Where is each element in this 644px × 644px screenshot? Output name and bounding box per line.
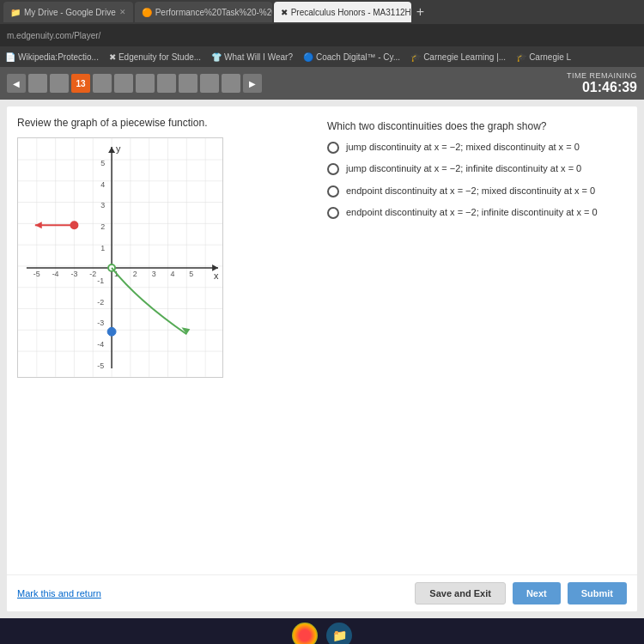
choice-b[interactable]: jump discontinuity at x = −2; infinite d…: [327, 162, 627, 175]
question-card: Review the graph of a piecewise function…: [7, 106, 637, 611]
nav-num-6[interactable]: [136, 74, 155, 93]
timer-label: TIME REMAINING: [567, 71, 637, 80]
bookmark-label: Edgenuity for Stude...: [118, 52, 201, 62]
choice-d[interactable]: endpoint discontinuity at x = −2; infini…: [327, 206, 627, 219]
next-button[interactable]: Next: [513, 582, 561, 605]
nav-num-9[interactable]: [200, 74, 219, 93]
graph-svg: x y 5 4 3 2 1 -1 -2 -3 -4 -5: [18, 138, 222, 377]
nav-num-2[interactable]: [50, 74, 69, 93]
nav-num-5[interactable]: [114, 74, 133, 93]
tab-label: My Drive - Google Drive: [24, 8, 116, 17]
question-instruction: Review the graph of a piecewise function…: [17, 117, 317, 129]
files-icon-symbol: 📁: [332, 629, 347, 642]
files-icon[interactable]: 📁: [326, 623, 352, 644]
taskbar: 📁: [0, 618, 644, 644]
bookmark-wear[interactable]: 👕 What Will I Wear?: [211, 52, 293, 62]
svg-text:-4: -4: [97, 340, 104, 349]
svg-text:-3: -3: [70, 270, 77, 278]
browser-chrome: 📁 My Drive - Google Drive ✕ 🟠 Performanc…: [0, 0, 644, 67]
choice-a-text: jump discontinuity at x = −2; mixed disc…: [346, 141, 580, 154]
bookmark-icon: 🎓: [516, 52, 526, 62]
svg-text:2: 2: [133, 270, 137, 278]
svg-text:5: 5: [189, 270, 193, 278]
add-tab-button[interactable]: +: [413, 4, 428, 20]
choice-c[interactable]: endpoint discontinuity at x = −2; mixed …: [327, 185, 627, 197]
nav-next-button[interactable]: ▶: [243, 74, 262, 93]
nav-num-4[interactable]: [93, 74, 112, 93]
nav-num-1[interactable]: [28, 74, 47, 93]
bookmark-edgenuity[interactable]: ✖ Edgenuity for Stude...: [109, 52, 201, 62]
bookmark-coach[interactable]: 🔵 Coach Digital™ - Cy...: [303, 52, 400, 62]
svg-text:y: y: [116, 143, 121, 154]
svg-rect-0: [18, 138, 222, 377]
svg-text:-5: -5: [97, 361, 104, 370]
left-panel: Review the graph of a piecewise function…: [17, 117, 317, 564]
svg-text:4: 4: [171, 270, 175, 278]
bookmark-carnegie1[interactable]: 🎓 Carnegie Learning |...: [410, 52, 506, 62]
svg-text:-2: -2: [89, 270, 96, 278]
svg-text:4: 4: [100, 180, 105, 189]
timer-value: 01:46:39: [567, 80, 637, 95]
bookmark-icon: ✖: [109, 52, 116, 62]
bookmarks-bar: 📄 Wikipedia:Protectio... ✖ Edgenuity for…: [0, 46, 644, 67]
bookmark-label: Coach Digital™ - Cy...: [316, 52, 400, 62]
question-text: Which two discontinuities does the graph…: [327, 120, 627, 132]
tab-label: Precalculus Honors - MA3112H: [291, 8, 411, 17]
svg-point-49: [70, 222, 77, 228]
choice-d-text: endpoint discontinuity at x = −2; infini…: [346, 206, 598, 219]
bookmark-label: What Will I Wear?: [224, 52, 293, 62]
radio-d[interactable]: [327, 207, 339, 219]
perf-icon: 🟠: [142, 8, 152, 17]
radio-b[interactable]: [327, 163, 339, 175]
nav-prev-button[interactable]: ◀: [7, 74, 26, 93]
svg-text:-5: -5: [33, 270, 40, 278]
address-bar[interactable]: m.edgenuity.com/Player/: [0, 24, 644, 46]
svg-text:-3: -3: [97, 319, 104, 327]
submit-button[interactable]: Submit: [568, 582, 627, 605]
bookmark-icon: 📄: [5, 52, 15, 62]
question-footer: Mark this and return Save and Exit Next …: [7, 574, 637, 611]
bookmark-label: Wikipedia:Protectio...: [18, 52, 99, 62]
tab-performance[interactable]: 🟠 Performance%20Task%20-%20%20F ✕: [135, 2, 272, 22]
drive-icon: 📁: [10, 8, 21, 17]
svg-text:3: 3: [100, 201, 105, 210]
question-body: Review the graph of a piecewise function…: [7, 106, 637, 574]
chrome-icon[interactable]: [292, 623, 318, 644]
timer-section: TIME REMAINING 01:46:39: [567, 71, 637, 95]
bookmark-icon: 👕: [211, 52, 222, 62]
choice-b-text: jump discontinuity at x = −2; infinite d…: [346, 162, 581, 175]
nav-controls: ◀ 13 ▶: [7, 74, 262, 93]
bookmark-icon: 🎓: [410, 52, 421, 62]
tab-close[interactable]: ✕: [119, 8, 126, 16]
radio-c[interactable]: [327, 185, 339, 197]
choice-c-text: endpoint discontinuity at x = −2; mixed …: [346, 185, 595, 197]
url-text: m.edgenuity.com/Player/: [7, 31, 100, 40]
svg-text:x: x: [214, 270, 219, 281]
svg-text:-2: -2: [97, 298, 104, 307]
svg-text:2: 2: [100, 222, 105, 231]
bookmark-carnegie2[interactable]: 🎓 Carnegie L: [516, 52, 571, 62]
tab-google-drive[interactable]: 📁 My Drive - Google Drive ✕: [3, 2, 133, 22]
nav-num-10[interactable]: [222, 74, 240, 93]
radio-a[interactable]: [327, 142, 339, 154]
svg-text:5: 5: [100, 159, 105, 167]
tab-precalculus[interactable]: ✖ Precalculus Honors - MA3112H ✕: [274, 2, 411, 22]
svg-text:-1: -1: [97, 276, 104, 285]
question-nav: ◀ 13 ▶ TIME REMAINING 01:46:39: [0, 67, 644, 100]
nav-num-8[interactable]: [179, 74, 197, 93]
nav-num-13[interactable]: 13: [71, 74, 90, 93]
choice-a[interactable]: jump discontinuity at x = −2; mixed disc…: [327, 141, 627, 154]
tab-label: Performance%20Task%20-%20%20F: [155, 8, 272, 17]
mark-return-link[interactable]: Mark this and return: [17, 588, 101, 598]
bookmark-wikipedia[interactable]: 📄 Wikipedia:Protectio...: [5, 52, 99, 62]
svg-text:3: 3: [152, 270, 156, 278]
save-exit-button[interactable]: Save and Exit: [415, 582, 506, 605]
tab-bar: 📁 My Drive - Google Drive ✕ 🟠 Performanc…: [0, 0, 644, 24]
footer-buttons: Save and Exit Next Submit: [415, 582, 627, 605]
nav-num-7[interactable]: [157, 74, 176, 93]
svg-text:-4: -4: [52, 270, 59, 278]
bookmark-icon: 🔵: [303, 52, 313, 62]
precalc-icon: ✖: [281, 8, 288, 17]
right-panel: Which two discontinuities does the graph…: [327, 117, 627, 564]
svg-text:1: 1: [100, 244, 105, 252]
